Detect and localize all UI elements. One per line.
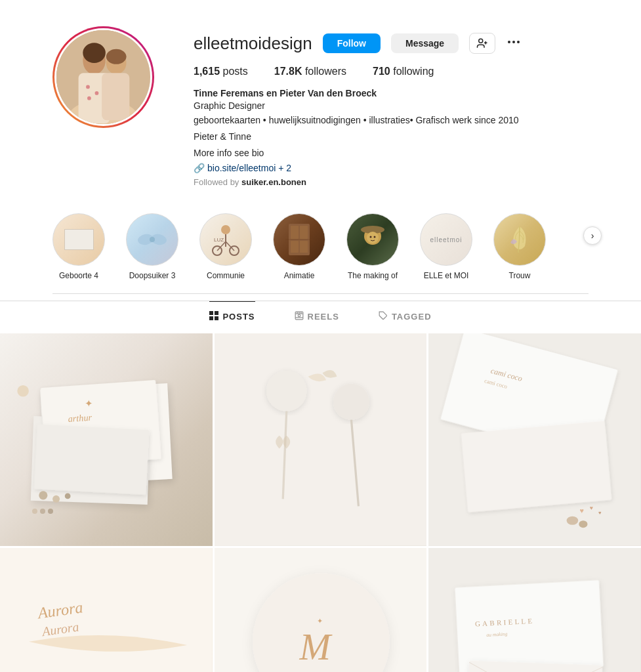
highlight-label: ELLE et MOI: [424, 271, 469, 280]
svg-rect-29: [300, 226, 308, 239]
svg-point-72: [567, 516, 579, 525]
post-cell[interactable]: arthur arthur z arthur: [0, 333, 213, 546]
svg-point-16: [517, 41, 520, 43]
highlight-label: Animatie: [284, 271, 315, 280]
svg-point-43: [298, 314, 300, 317]
add-person-icon: [476, 37, 488, 49]
svg-text:♥: ♥: [590, 505, 593, 511]
more-dots-icon: [506, 34, 522, 50]
svg-rect-53: [34, 424, 149, 495]
svg-point-57: [17, 385, 29, 397]
highlight-item[interactable]: elleetmoi ELLE et MOI: [420, 213, 472, 280]
child-hat-icon: [357, 223, 388, 256]
svg-point-62: [333, 384, 369, 420]
tabs-section: POSTS REELS TAGGED: [0, 301, 641, 331]
svg-rect-41: [215, 316, 218, 320]
add-person-button[interactable]: [469, 33, 495, 54]
profile-info: elleetmoidesign Follow Message 1,615: [194, 26, 589, 187]
highlights-next-button[interactable]: ›: [583, 226, 602, 245]
message-button[interactable]: Message: [391, 33, 459, 53]
highlight-circle: [493, 213, 546, 266]
highlights-section: Geboorte 4 Doopsuiker 3 LUZ: [0, 207, 641, 293]
svg-point-15: [512, 41, 515, 43]
highlight-item[interactable]: The making of: [346, 213, 399, 280]
svg-point-9: [95, 91, 99, 95]
bio-desc-1: geboortekaarten • huwelijksuitnodigingen…: [194, 114, 589, 127]
posts-stat[interactable]: 1,615 posts: [194, 66, 248, 77]
avatar[interactable]: [52, 26, 154, 128]
highlight-item[interactable]: Geboorte 4: [52, 213, 105, 280]
svg-text:arthur: arthur: [68, 412, 93, 425]
divider: [52, 293, 589, 294]
svg-point-8: [86, 85, 90, 89]
bio-name: Tinne Feremans en Pieter Van den Broeck: [194, 88, 589, 98]
highlight-label: Trouw: [509, 271, 531, 280]
highlight-label: Communie: [207, 271, 245, 280]
highlight-circle: LUZ: [199, 213, 252, 266]
highlight-circle: [52, 213, 105, 266]
svg-rect-39: [215, 311, 218, 315]
svg-rect-74: [0, 548, 213, 672]
svg-text:LUZ: LUZ: [214, 237, 224, 243]
bio-desc-2: Pieter & Tinne: [194, 130, 589, 144]
highlight-item[interactable]: Animatie: [273, 213, 325, 280]
svg-point-14: [508, 41, 510, 43]
svg-point-20: [221, 225, 230, 234]
svg-point-36: [370, 236, 372, 238]
highlight-circle: [126, 213, 178, 266]
svg-point-6: [83, 43, 106, 63]
highlight-label: Geboorte 4: [59, 271, 98, 280]
svg-rect-38: [209, 311, 213, 315]
tab-tagged-label: TAGGED: [392, 312, 432, 322]
svg-rect-40: [209, 316, 213, 320]
tab-tagged[interactable]: TAGGED: [379, 301, 432, 331]
followed-by: Followed by suiker.en.bonen: [194, 177, 589, 187]
tab-reels-label: REELS: [308, 312, 339, 322]
tab-reels[interactable]: REELS: [295, 301, 339, 331]
more-options-button[interactable]: [506, 34, 522, 53]
followers-stat[interactable]: 17.8K followers: [274, 66, 346, 77]
follow-button[interactable]: Follow: [323, 33, 381, 53]
svg-rect-59: [215, 333, 427, 546]
svg-rect-5: [102, 73, 129, 120]
svg-text:au making: au making: [486, 631, 508, 638]
bio-link[interactable]: 🔗 bio.site/elleetmoi + 2: [194, 163, 589, 173]
username: elleetmoidesign: [194, 33, 312, 54]
svg-point-54: [39, 491, 47, 499]
svg-rect-30: [291, 241, 299, 253]
reels-icon: [295, 311, 304, 322]
follower-link[interactable]: suiker.en.bonen: [241, 177, 306, 187]
post-cell[interactable]: M ✦: [215, 548, 427, 672]
svg-rect-31: [300, 241, 308, 253]
svg-text:M: M: [299, 626, 333, 667]
wood-door-icon: [285, 222, 313, 257]
following-stat[interactable]: 710 following: [373, 66, 434, 77]
highlight-item[interactable]: Trouw: [493, 213, 546, 280]
post-cell[interactable]: cami coco cami coco ♥ ♥ ♥: [428, 333, 641, 546]
highlight-item[interactable]: Doopsuiker 3: [126, 213, 178, 280]
svg-point-11: [479, 39, 483, 43]
highlight-label: Doopsuiker 3: [129, 271, 176, 280]
svg-point-37: [374, 236, 376, 238]
profile-top-row: elleetmoidesign Follow Message: [194, 33, 589, 54]
highlight-circle: [273, 213, 325, 266]
stats-row: 1,615 posts 17.8K followers 710 followin…: [194, 66, 589, 77]
svg-point-19: [150, 237, 155, 242]
post-cell[interactable]: GABRIELLE au making: [428, 548, 641, 672]
highlight-item[interactable]: LUZ Communie: [199, 213, 252, 280]
bicycle-person-icon: LUZ: [209, 222, 242, 258]
svg-point-56: [65, 494, 71, 499]
bio-desc-3: More info see bio: [194, 146, 589, 160]
link-icon: 🔗: [194, 163, 205, 173]
post-cell[interactable]: Aurora Aurora ⚙ ✂: [0, 548, 213, 672]
bow-icon: [138, 226, 167, 253]
profile-section: elleetmoidesign Follow Message 1,615: [0, 0, 641, 207]
svg-rect-68: [461, 421, 611, 512]
tab-posts[interactable]: POSTS: [209, 301, 255, 331]
highlight-label: The making of: [348, 271, 398, 280]
posts-grid: arthur arthur z arthur: [0, 331, 641, 672]
bio-title: Graphic Designer: [194, 100, 589, 111]
post-cell[interactable]: [215, 333, 427, 546]
svg-text:✦: ✦: [316, 617, 322, 625]
svg-point-10: [87, 96, 91, 100]
